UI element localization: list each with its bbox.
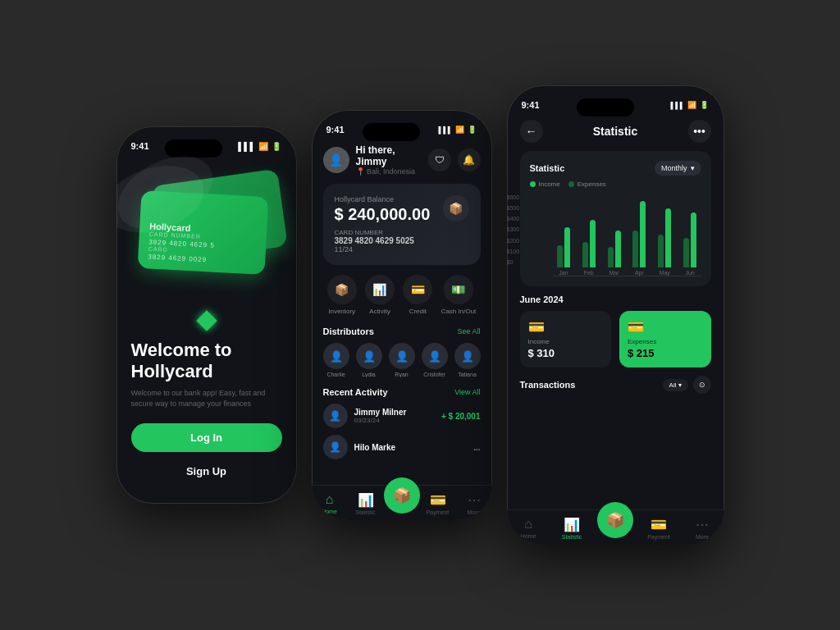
nav-statistic-2[interactable]: 📊 Statistic <box>348 492 384 515</box>
may-expense-bar <box>658 235 664 268</box>
dist-name-lydia: Lydia <box>362 372 375 377</box>
expenses-card-icon: 💳 <box>628 319 703 335</box>
nav-more-3[interactable]: ⋯ More <box>681 517 724 540</box>
home-nav-label: Home <box>322 509 337 514</box>
apr-expense-bar <box>632 231 638 267</box>
income-card: 💳 Income $ 310 <box>520 311 612 368</box>
chart-header: Statistic Monthly ▾ <box>530 161 701 176</box>
nav-home-3[interactable]: ⌂ Home <box>507 517 550 540</box>
hilo-info: Hilo Marke <box>354 443 468 452</box>
june-section: June 2024 💳 Income $ 310 💳 Expenses $ 21… <box>520 294 711 368</box>
phone-home: 9:41 ▌▌▌ 📶 🔋 👤 Hi there, Jimmy 📍 Bali, I… <box>312 110 492 520</box>
more-button[interactable]: ••• <box>688 120 711 143</box>
dist-ryan[interactable]: 👤 Ryan <box>389 343 415 377</box>
june-title: June 2024 <box>520 294 711 304</box>
recent-activity-title: Recent Activity <box>323 387 388 397</box>
action-activity[interactable]: 📊 Activity <box>365 275 395 315</box>
distributors-header: Distributors See All <box>323 326 481 336</box>
user-info: 👤 Hi there, Jimmy 📍 Bali, Indonesia <box>323 144 428 176</box>
cashinout-icon: 💵 <box>444 275 473 304</box>
dist-avatar-ryan: 👤 <box>389 343 415 369</box>
jan-expense-bar <box>557 245 563 267</box>
nav-center-3[interactable]: 📦 <box>594 517 637 540</box>
welcome-title: Welcome to Hollycard <box>131 340 282 383</box>
dist-charlie[interactable]: 👤 Charlie <box>323 343 349 377</box>
back-button[interactable]: ← <box>520 120 543 143</box>
login-button[interactable]: Log In <box>131 423 282 452</box>
mar-expense-bar <box>608 247 614 267</box>
status-bar-3: 9:41 ▌▌▌ 📶 🔋 <box>507 85 724 120</box>
dist-tatiana[interactable]: 👤 Tatiana <box>454 343 481 377</box>
action-cashinout[interactable]: 💵 Cash In/Out <box>441 275 477 315</box>
diamond-decoration <box>196 310 217 331</box>
payment-nav-icon-3: 💳 <box>651 517 667 532</box>
bar-apr: Apr <box>628 194 651 276</box>
signal-icon: ▌▌▌ <box>238 142 255 151</box>
bars-row: Jan Feb <box>553 194 701 276</box>
more-nav-label-3: More <box>696 534 709 540</box>
income-dot <box>530 181 536 187</box>
activity-jimmy[interactable]: 👤 Jimmy Milner 03/23/24 + $ 20,001 <box>323 404 481 428</box>
bar-jun: Jun <box>679 194 701 276</box>
center-nav-button-3[interactable]: 📦 <box>597 502 633 538</box>
dynamic-island-2 <box>363 123 420 141</box>
jimmy-date: 03/23/24 <box>354 417 435 424</box>
statistic-nav-icon: 📊 <box>358 492 374 508</box>
greeting: Hi there, Jimmy <box>356 144 428 167</box>
dist-lydia[interactable]: 👤 Lydia <box>356 343 382 377</box>
status-icons-1: ▌▌▌ 📶 🔋 <box>238 142 281 151</box>
activity-hilo[interactable]: 👤 Hilo Marke ... <box>323 435 481 459</box>
nav-more-2[interactable]: ⋯ More <box>456 492 492 515</box>
nav-statistic-3[interactable]: 📊 Statistic <box>550 517 594 540</box>
status-bar-2: 9:41 ▌▌▌ 📶 🔋 <box>312 110 492 144</box>
monthly-button[interactable]: Monthly ▾ <box>655 161 701 176</box>
see-all-distributors[interactable]: See All <box>457 327 480 336</box>
income-card-label: Income <box>528 338 604 345</box>
bar-jan: Jan <box>553 194 575 276</box>
bottom-nav-2: ⌂ Home 📊 Statistic 📦 💳 Payment ⋯ More <box>312 485 492 520</box>
nav-home-2[interactable]: ⌂ Home <box>312 492 348 515</box>
filter-all-button[interactable]: All ▾ <box>663 379 688 391</box>
bar-feb: Feb <box>578 194 600 276</box>
greeting-text: Hi there, Jimmy 📍 Bali, Indonesia <box>356 144 428 176</box>
may-income-bar <box>665 208 671 267</box>
nav-center-2[interactable]: 📦 <box>384 492 420 515</box>
nav-payment-2[interactable]: 💳 Payment <box>420 492 456 515</box>
wifi-icon-2: 📶 <box>455 126 464 134</box>
shield-icon[interactable]: 🛡 <box>428 148 451 171</box>
dist-name-cristofer: Cristofer <box>423 372 445 377</box>
income-card-icon: 💳 <box>528 319 604 335</box>
battery-icon: 🔋 <box>272 142 281 151</box>
dist-name-ryan: Ryan <box>395 372 408 377</box>
phone-2-content: 👤 Hi there, Jimmy 📍 Bali, Indonesia 🛡 🔔 … <box>312 144 492 466</box>
dist-cristofer[interactable]: 👤 Cristofer <box>422 343 448 377</box>
time-1: 9:41 <box>131 141 149 151</box>
signup-button[interactable]: Sign Up <box>131 459 282 484</box>
jan-income-bar <box>564 227 570 268</box>
dist-avatar-charlie: 👤 <box>323 343 349 369</box>
feb-income-bar <box>590 220 596 268</box>
bar-may: May <box>654 194 676 276</box>
income-legend: Income <box>530 180 560 188</box>
income-card-amount: $ 310 <box>528 347 604 359</box>
center-nav-button[interactable]: 📦 <box>384 477 420 514</box>
view-all-activity[interactable]: View All <box>454 388 480 396</box>
payment-nav-label: Payment <box>427 509 450 515</box>
filter-options-icon[interactable]: ⊙ <box>693 376 711 394</box>
action-credit[interactable]: 💳 Credit <box>403 275 432 315</box>
signal-icon-3: ▌▌▌ <box>670 102 684 109</box>
nav-payment-3[interactable]: 💳 Payment <box>637 517 681 540</box>
expenses-card: 💳 Expenses $ 215 <box>619 311 711 368</box>
jimmy-info: Jimmy Milner 03/23/24 <box>354 408 435 424</box>
card-num: 3829 4820 4629 5025 <box>335 236 469 245</box>
bell-icon[interactable]: 🔔 <box>458 148 481 171</box>
hilo-amount: ... <box>473 443 480 452</box>
jimmy-amount: + $ 20,001 <box>441 412 481 421</box>
payment-nav-label-3: Payment <box>647 534 670 540</box>
bar-mar: Mar <box>603 194 625 276</box>
credit-label: Credit <box>409 308 427 315</box>
action-inventory[interactable]: 📦 Inventory <box>327 275 357 315</box>
dynamic-island-1 <box>165 139 222 158</box>
battery-icon-2: 🔋 <box>468 126 477 134</box>
more-nav-label: More <box>468 509 481 515</box>
